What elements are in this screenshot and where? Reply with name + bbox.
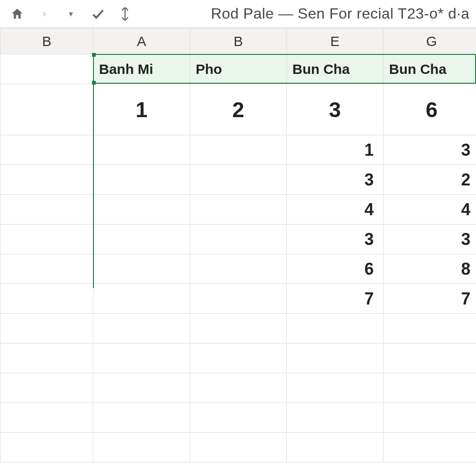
cell[interactable]: 3 xyxy=(383,135,476,165)
cell[interactable] xyxy=(93,284,190,314)
table-row xyxy=(0,433,476,463)
cell[interactable] xyxy=(190,254,287,284)
cell[interactable] xyxy=(383,314,476,344)
cell[interactable] xyxy=(190,373,287,403)
row-header[interactable] xyxy=(0,225,93,254)
cell[interactable] xyxy=(287,373,383,403)
cell[interactable] xyxy=(383,373,476,403)
cell[interactable]: 8 xyxy=(383,254,476,284)
chevron-right-icon[interactable]: › xyxy=(33,3,55,25)
cell[interactable] xyxy=(190,314,287,344)
cell[interactable]: 3 xyxy=(287,225,383,254)
cell[interactable]: 6 xyxy=(287,254,383,284)
row-header[interactable] xyxy=(0,54,93,84)
row-header[interactable] xyxy=(0,403,93,433)
cell[interactable]: 6 xyxy=(383,84,476,135)
cell[interactable] xyxy=(190,284,287,314)
row-header[interactable] xyxy=(0,254,93,284)
cell[interactable] xyxy=(383,433,476,463)
cell[interactable] xyxy=(93,254,190,284)
row-header[interactable] xyxy=(0,314,93,344)
cell[interactable] xyxy=(190,433,287,463)
cell[interactable]: 3 xyxy=(287,165,383,195)
cell[interactable] xyxy=(383,344,476,373)
cell[interactable] xyxy=(93,344,190,373)
cell[interactable] xyxy=(190,195,287,225)
table-row: 7 7 xyxy=(0,284,476,314)
cell[interactable]: 1 xyxy=(93,84,190,135)
row-header[interactable] xyxy=(0,195,93,225)
cell[interactable]: 2 xyxy=(190,84,287,135)
dropdown-icon[interactable]: ▾ xyxy=(60,3,82,25)
cell[interactable] xyxy=(93,165,190,195)
cell[interactable]: Banh Mi xyxy=(93,54,190,84)
spreadsheet[interactable]: B A B E G Banh Mi Pho Bun Cha Bun Cha 1 … xyxy=(0,28,476,463)
cell[interactable]: 3 xyxy=(383,225,476,254)
row-header[interactable] xyxy=(0,433,93,463)
cell[interactable]: 7 xyxy=(287,284,383,314)
column-header[interactable]: E xyxy=(287,28,383,54)
cell[interactable] xyxy=(93,373,190,403)
table-row xyxy=(0,344,476,373)
table-row: 4 4 xyxy=(0,195,476,225)
check-icon[interactable] xyxy=(87,3,109,25)
table-row: 3 3 xyxy=(0,225,476,254)
cell[interactable]: Pho xyxy=(190,54,287,84)
cell[interactable] xyxy=(287,403,383,433)
row-header[interactable] xyxy=(0,284,93,314)
row-header[interactable] xyxy=(0,84,93,135)
cell[interactable] xyxy=(190,344,287,373)
cell[interactable] xyxy=(93,433,190,463)
cell[interactable] xyxy=(93,135,190,165)
row-header[interactable] xyxy=(0,373,93,403)
cell[interactable]: 4 xyxy=(383,195,476,225)
toolbar: › ▾ Rod Pale — Sen For recial T23-o* d·a xyxy=(0,0,476,28)
cell[interactable] xyxy=(93,195,190,225)
column-header[interactable]: B xyxy=(190,28,287,54)
cell[interactable] xyxy=(287,314,383,344)
document-title: Rod Pale — Sen For recial T23-o* d·a xyxy=(211,5,469,22)
cell[interactable] xyxy=(383,403,476,433)
cell[interactable]: 3 xyxy=(287,84,383,135)
table-row: 1 3 xyxy=(0,135,476,165)
cell[interactable] xyxy=(93,314,190,344)
table-row xyxy=(0,314,476,344)
grid[interactable]: B A B E G Banh Mi Pho Bun Cha Bun Cha 1 … xyxy=(0,28,476,463)
row-header[interactable] xyxy=(0,135,93,165)
column-header[interactable]: A xyxy=(93,28,190,54)
cell[interactable] xyxy=(93,403,190,433)
column-header[interactable]: G xyxy=(383,28,476,54)
cell[interactable]: 7 xyxy=(383,284,476,314)
cell[interactable] xyxy=(190,403,287,433)
summary-row: 1 2 3 6 xyxy=(0,84,476,135)
cell[interactable] xyxy=(93,225,190,254)
cell[interactable] xyxy=(287,433,383,463)
cell[interactable]: Bun Cha xyxy=(383,54,476,84)
column-header-row: B A B E G xyxy=(0,28,476,54)
column-header[interactable]: B xyxy=(0,28,93,54)
home-icon[interactable] xyxy=(7,3,28,25)
cell[interactable]: 1 xyxy=(287,135,383,165)
cell[interactable] xyxy=(190,135,287,165)
row-header[interactable] xyxy=(0,165,93,195)
cell[interactable] xyxy=(190,225,287,254)
row-header[interactable] xyxy=(0,344,93,373)
cell[interactable]: 4 xyxy=(287,195,383,225)
cell[interactable] xyxy=(190,165,287,195)
table-row: 6 8 xyxy=(0,254,476,284)
table-header-row: Banh Mi Pho Bun Cha Bun Cha xyxy=(0,54,476,84)
table-row xyxy=(0,373,476,403)
table-row: 3 2 xyxy=(0,165,476,195)
function-icon[interactable] xyxy=(114,3,136,25)
cell[interactable] xyxy=(287,344,383,373)
cell[interactable]: Bun Cha xyxy=(287,54,383,84)
cell[interactable]: 2 xyxy=(383,165,476,195)
table-row xyxy=(0,403,476,433)
